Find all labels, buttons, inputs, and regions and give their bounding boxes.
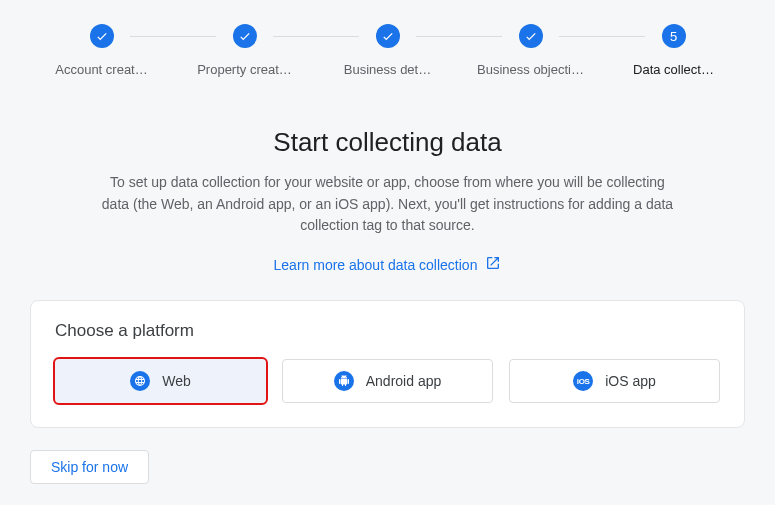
platform-label: iOS app xyxy=(605,373,656,389)
web-icon xyxy=(130,371,150,391)
skip-label: Skip for now xyxy=(51,459,128,475)
check-icon xyxy=(233,24,257,48)
external-link-icon xyxy=(485,255,501,274)
ios-icon: iOS xyxy=(573,371,593,391)
step-label: Business objecti… xyxy=(477,62,584,77)
learn-more-link[interactable]: Learn more about data collection xyxy=(274,255,502,274)
platform-label: Android app xyxy=(366,373,442,389)
check-icon xyxy=(90,24,114,48)
step-property-creation[interactable]: Property creat… xyxy=(173,24,316,77)
platform-list: Web Android app iOS iOS app xyxy=(55,359,720,403)
step-business-details[interactable]: Business det… xyxy=(316,24,459,77)
step-account-creation[interactable]: Account creat… xyxy=(30,24,173,77)
android-icon xyxy=(334,371,354,391)
platform-ios[interactable]: iOS iOS app xyxy=(509,359,720,403)
check-icon xyxy=(519,24,543,48)
heading-area: Start collecting data To set up data col… xyxy=(88,127,688,274)
card-title: Choose a platform xyxy=(55,321,720,341)
platform-web[interactable]: Web xyxy=(55,359,266,403)
check-icon xyxy=(376,24,400,48)
step-label: Property creat… xyxy=(197,62,292,77)
skip-button[interactable]: Skip for now xyxy=(30,450,149,484)
step-number: 5 xyxy=(670,29,677,44)
page-title: Start collecting data xyxy=(88,127,688,158)
platform-android[interactable]: Android app xyxy=(282,359,493,403)
step-label: Business det… xyxy=(344,62,431,77)
step-business-objectives[interactable]: Business objecti… xyxy=(459,24,602,77)
step-number-icon: 5 xyxy=(662,24,686,48)
learn-more-label: Learn more about data collection xyxy=(274,257,478,273)
platform-card: Choose a platform Web Android app iOS iO… xyxy=(30,300,745,428)
platform-label: Web xyxy=(162,373,191,389)
step-data-collection[interactable]: 5 Data collect… xyxy=(602,24,745,77)
step-label: Account creat… xyxy=(55,62,148,77)
page-description: To set up data collection for your websi… xyxy=(88,172,688,237)
step-label: Data collect… xyxy=(633,62,714,77)
stepper: Account creat… Property creat… Business … xyxy=(30,24,745,77)
